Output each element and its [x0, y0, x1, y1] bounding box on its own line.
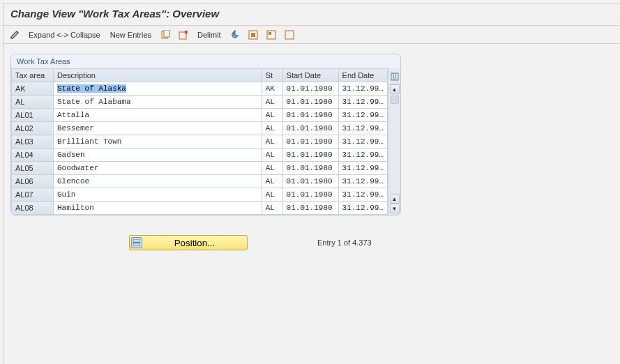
cell-end-date[interactable]: 31.12.99…	[338, 109, 387, 122]
cell-description[interactable]: State of Alabama	[53, 96, 262, 109]
cell-description[interactable]: State of Alaska	[53, 82, 262, 96]
cell-start-date[interactable]: 01.01.1980	[282, 96, 338, 109]
scroll-down-button[interactable]: ▼	[390, 204, 400, 213]
position-label: Position...	[146, 238, 243, 248]
svg-rect-12	[133, 242, 140, 243]
cell-end-date[interactable]: 31.12.99…	[338, 96, 387, 109]
toolbar: Expand <-> Collapse New Entries Delimit	[3, 26, 620, 44]
cell-st[interactable]: AL	[262, 162, 282, 175]
cell-start-date[interactable]: 01.01.1980	[282, 162, 338, 175]
toggle-edit-icon[interactable]	[9, 29, 20, 40]
cell-start-date[interactable]: 01.01.1980	[282, 175, 338, 188]
cell-end-date[interactable]: 31.12.99…	[338, 162, 387, 175]
cell-description[interactable]: Brilliant Town	[53, 135, 262, 149]
table-row[interactable]: ALState of AlabamaAL01.01.198031.12.99…	[12, 96, 388, 109]
cell-tax-area[interactable]: AL08	[12, 202, 54, 215]
table-row[interactable]: AKState of AlaskaAK01.01.198031.12.99…	[12, 82, 388, 96]
select-all-icon[interactable]	[248, 29, 259, 40]
cell-st[interactable]: AL	[262, 122, 282, 135]
table-row[interactable]: AL01AttallaAL01.01.198031.12.99…	[12, 109, 388, 122]
table-row[interactable]: AL06GlencoeAL01.01.198031.12.99…	[12, 175, 388, 188]
cell-tax-area[interactable]: AK	[12, 82, 54, 96]
scroll-thumb[interactable]	[391, 96, 399, 104]
cell-end-date[interactable]: 31.12.99…	[338, 175, 387, 188]
cell-start-date[interactable]: 01.01.1980	[282, 82, 338, 96]
cell-end-date[interactable]: 31.12.99…	[338, 188, 387, 202]
column-config-icon[interactable]	[388, 70, 400, 84]
copy-icon[interactable]	[160, 29, 171, 40]
svg-rect-7	[285, 31, 294, 39]
cell-tax-area[interactable]: AL02	[12, 122, 54, 135]
cell-end-date[interactable]: 31.12.99…	[338, 122, 387, 135]
cell-st[interactable]: AL	[262, 96, 282, 109]
col-header-description[interactable]: Description	[53, 69, 262, 82]
panel-title: Work Tax Areas	[11, 54, 400, 68]
cell-description[interactable]: Goodwater	[53, 162, 262, 175]
cell-st[interactable]: AL	[262, 188, 282, 202]
vertical-scrollbar[interactable]: ▲ ▲ ▼	[388, 68, 400, 215]
col-header-start-date[interactable]: Start Date	[282, 69, 338, 82]
copy-with-delete-icon[interactable]	[178, 29, 189, 40]
table-row[interactable]: AL07GuinAL01.01.198031.12.99…	[12, 188, 388, 202]
cell-st[interactable]: AL	[262, 149, 282, 162]
svg-rect-4	[251, 33, 255, 37]
cell-description[interactable]: Glencoe	[53, 175, 262, 188]
delimit-button[interactable]: Delimit	[196, 31, 222, 39]
svg-rect-8	[391, 73, 398, 80]
svg-rect-1	[164, 30, 169, 37]
table-row[interactable]: AL04GadsenAL01.01.198031.12.99…	[12, 149, 388, 162]
entry-counter: Entry 1 of 4.373	[317, 238, 372, 247]
cell-st[interactable]: AL	[262, 175, 282, 188]
col-header-end-date[interactable]: End Date	[338, 69, 387, 82]
select-block-icon[interactable]	[266, 29, 277, 40]
cell-description[interactable]: Guin	[53, 188, 262, 202]
table-row[interactable]: AL08HamiltonAL01.01.198031.12.99…	[12, 202, 388, 215]
cell-end-date[interactable]: 31.12.99…	[338, 135, 387, 149]
cell-description[interactable]: Bessemer	[53, 122, 262, 135]
deselect-all-icon[interactable]	[284, 29, 295, 40]
cell-start-date[interactable]: 01.01.1980	[282, 202, 338, 215]
data-grid: Tax area Description St Start Date End D…	[11, 68, 388, 215]
cell-start-date[interactable]: 01.01.1980	[282, 122, 338, 135]
cell-tax-area[interactable]: AL	[12, 96, 54, 109]
new-entries-button[interactable]: New Entries	[109, 31, 153, 39]
table-row[interactable]: AL05GoodwaterAL01.01.198031.12.99…	[12, 162, 388, 175]
work-tax-areas-panel: Work Tax Areas Tax area Description St S…	[10, 54, 401, 215]
col-header-tax-area[interactable]: Tax area	[12, 69, 54, 82]
cell-tax-area[interactable]: AL06	[12, 175, 54, 188]
cell-start-date[interactable]: 01.01.1980	[282, 109, 338, 122]
cell-tax-area[interactable]: AL03	[12, 135, 54, 149]
cell-start-date[interactable]: 01.01.1980	[282, 135, 338, 149]
undo-icon[interactable]	[229, 29, 241, 40]
cell-st[interactable]: AL	[262, 109, 282, 122]
position-icon	[131, 237, 142, 248]
cell-start-date[interactable]: 01.01.1980	[282, 149, 338, 162]
cell-start-date[interactable]: 01.01.1980	[282, 188, 338, 202]
cell-description[interactable]: Gadsen	[53, 149, 262, 162]
table-row[interactable]: AL02BessemerAL01.01.198031.12.99…	[12, 122, 388, 135]
cell-end-date[interactable]: 31.12.99…	[338, 149, 387, 162]
cell-description[interactable]: Attalla	[53, 109, 262, 122]
cell-tax-area[interactable]: AL04	[12, 149, 54, 162]
table-row[interactable]: AL03Brilliant TownAL01.01.198031.12.99…	[12, 135, 388, 149]
expand-collapse-button[interactable]: Expand <-> Collapse	[27, 31, 102, 39]
cell-tax-area[interactable]: AL01	[12, 109, 54, 122]
cell-st[interactable]: AL	[262, 135, 282, 149]
col-header-st[interactable]: St	[262, 69, 282, 82]
position-button[interactable]: Position...	[129, 235, 248, 250]
cell-end-date[interactable]: 31.12.99…	[338, 82, 387, 96]
cell-tax-area[interactable]: AL05	[12, 162, 54, 175]
cell-end-date[interactable]: 31.12.99…	[338, 202, 387, 215]
cell-st[interactable]: AL	[262, 202, 282, 215]
cell-st[interactable]: AK	[262, 82, 282, 96]
cell-tax-area[interactable]: AL07	[12, 188, 54, 202]
scroll-up-page-button[interactable]: ▲	[390, 194, 400, 204]
scroll-up-button[interactable]: ▲	[390, 84, 400, 94]
cell-description[interactable]: Hamilton	[53, 202, 262, 215]
svg-rect-6	[269, 32, 271, 35]
page-title: Change View "Work Tax Areas": Overview	[3, 3, 620, 26]
